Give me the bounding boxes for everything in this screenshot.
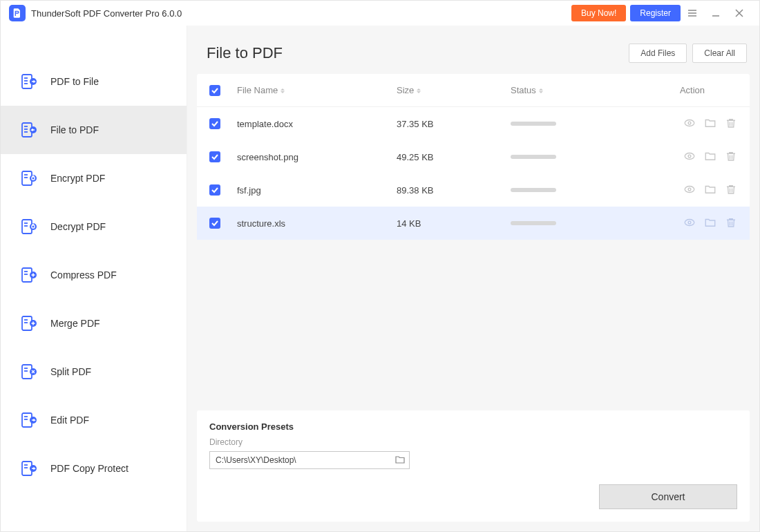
col-name-label: File Name [237,85,278,95]
menu-icon[interactable] [681,3,704,23]
svg-point-53 [685,120,694,126]
svg-point-58 [688,155,691,158]
page-title: File to PDF [207,44,623,62]
table-header: File Name Size Status Action [197,74,750,107]
titlebar: ThunderSoft PDF Converter Pro 6.0.0 Buy … [1,1,759,26]
conversion-presets: Conversion Presets Directory Convert [197,410,750,522]
file-status [511,221,647,225]
col-size-label: Size [397,85,414,95]
directory-label: Directory [209,437,737,447]
sidebar-icon [20,314,38,332]
col-status-label: Status [511,85,536,95]
sidebar-item-split-pdf[interactable]: Split PDF [1,348,187,396]
browse-folder-icon[interactable] [395,454,405,466]
svg-point-44 [32,371,34,372]
sidebar-icon [20,169,38,187]
file-size: 14 KB [397,218,511,229]
app-logo [9,5,26,21]
sidebar-icon [20,411,38,429]
preview-icon[interactable] [683,216,696,231]
svg-point-62 [688,188,691,191]
sort-icon[interactable] [539,88,543,93]
sidebar-icon [20,459,38,477]
app-title: ThunderSoft PDF Converter Pro 6.0.0 [31,8,182,19]
sidebar-icon [20,73,38,91]
sidebar-item-label: Split PDF [50,366,91,377]
close-icon[interactable] [728,3,751,23]
sidebar-item-label: Edit PDF [50,415,89,426]
sidebar-item-label: File to PDF [50,124,99,135]
sidebar-item-label: Compress PDF [50,269,117,281]
preview-icon[interactable] [683,183,696,198]
file-name: template.docx [237,119,397,129]
sidebar-item-label: Encrypt PDF [50,173,105,184]
open-folder-icon[interactable] [704,183,716,198]
sidebar: PDF to FileFile to PDFEncrypt PDFDecrypt… [1,26,187,531]
directory-input[interactable] [216,455,395,465]
sidebar-item-pdf-to-file[interactable]: PDF to File [1,57,187,106]
delete-icon[interactable] [725,183,737,198]
svg-point-57 [685,153,694,159]
register-button[interactable]: Register [630,5,681,21]
file-size: 37.35 KB [397,119,511,129]
file-status [511,188,647,192]
sidebar-item-edit-pdf[interactable]: Edit PDF [1,396,187,444]
preview-icon[interactable] [683,117,696,131]
file-status [511,155,647,159]
sidebar-item-label: Decrypt PDF [50,221,106,232]
sidebar-icon [20,218,38,236]
preview-icon[interactable] [683,150,696,164]
row-checkbox[interactable] [209,218,220,229]
row-checkbox[interactable] [209,118,220,129]
sidebar-item-encrypt-pdf[interactable]: Encrypt PDF [1,154,187,202]
file-name: screenshot.png [237,152,397,162]
table-row[interactable]: template.docx37.35 KB [197,107,750,140]
open-folder-icon[interactable] [704,150,716,164]
svg-point-65 [685,219,694,225]
sidebar-icon [20,266,38,284]
row-checkbox[interactable] [209,184,220,196]
main-panel: File to PDF Add Files Clear All File Nam… [187,26,759,531]
table-row[interactable]: fsf.jpg89.38 KB [197,173,750,207]
svg-point-54 [688,122,691,124]
clear-all-button[interactable]: Clear All [692,44,747,63]
svg-point-66 [688,221,691,224]
sidebar-item-merge-pdf[interactable]: Merge PDF [1,299,187,348]
table-row[interactable]: screenshot.png49.25 KB [197,140,750,173]
convert-button[interactable]: Convert [599,484,737,509]
svg-point-61 [685,186,694,192]
sidebar-item-label: PDF Copy Protect [50,463,129,474]
presets-title: Conversion Presets [209,421,737,432]
sidebar-item-pdf-copy-protect[interactable]: PDF Copy Protect [1,444,187,493]
file-size: 89.38 KB [397,185,511,196]
sidebar-item-label: Merge PDF [50,318,100,329]
open-folder-icon[interactable] [704,216,716,231]
sort-icon[interactable] [281,88,285,93]
file-name: fsf.jpg [237,185,397,196]
sidebar-icon [20,363,38,381]
files-table: File Name Size Status Action template.do… [197,74,750,240]
add-files-button[interactable]: Add Files [629,44,687,63]
directory-input-wrap [209,451,410,469]
sidebar-item-compress-pdf[interactable]: Compress PDF [1,251,187,299]
sidebar-item-decrypt-pdf[interactable]: Decrypt PDF [1,202,187,251]
sidebar-item-label: PDF to File [50,76,99,87]
select-all-checkbox[interactable] [209,85,220,96]
delete-icon[interactable] [725,117,737,131]
buy-now-button[interactable]: Buy Now! [571,5,626,21]
file-size: 49.25 KB [397,152,511,162]
row-checkbox[interactable] [209,151,220,162]
delete-icon[interactable] [725,150,737,164]
sidebar-icon [20,121,38,139]
sort-icon[interactable] [417,88,421,93]
minimize-icon[interactable] [704,3,728,23]
delete-icon[interactable] [725,216,737,231]
sidebar-item-file-to-pdf[interactable]: File to PDF [1,106,187,154]
open-folder-icon[interactable] [704,117,716,131]
col-action-label: Action [680,85,705,95]
table-row[interactable]: structure.xls14 KB [197,207,750,240]
file-name: structure.xls [237,218,397,229]
file-status [511,122,647,126]
